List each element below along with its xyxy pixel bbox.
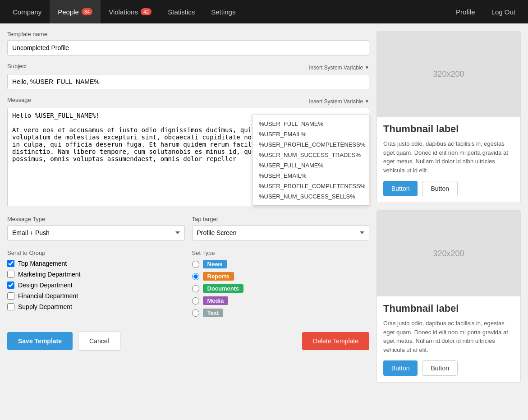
card-2-image-label: 320x200 — [433, 249, 464, 258]
set-type-label: Set Type — [192, 249, 370, 256]
radio-news[interactable] — [192, 261, 199, 268]
card-1: 320x200 Thumbnail label Cras justo odio,… — [376, 31, 521, 203]
tag-text: Text — [203, 309, 224, 317]
card-1-image: 320x200 — [377, 31, 520, 117]
set-type-col: Set Type News Reports Documents Media — [192, 249, 370, 321]
nav-logout[interactable]: Log Out — [483, 0, 523, 23]
group-design: Design Department — [7, 282, 185, 289]
bottom-row: Send to Group Top Management Marketing D… — [7, 249, 369, 321]
nav-profile-label: Profile — [456, 8, 475, 16]
subject-input[interactable] — [7, 74, 369, 89]
card-2-primary-btn[interactable]: Button — [383, 360, 418, 376]
dd-item-6[interactable]: %USER_PROFILE_COMPLETENESS% — [253, 181, 369, 191]
nav-logout-label: Log Out — [491, 8, 515, 16]
nav-settings-label: Settings — [211, 8, 235, 16]
message-group: Message Insert System Variable %USER_FUL… — [7, 97, 369, 208]
nav-people-label: People — [58, 8, 79, 16]
type-text: Text — [192, 309, 370, 317]
card-1-body: Thumbnail label Cras justo odio, dapibus… — [377, 117, 520, 203]
group-financial: Financial Department — [7, 292, 185, 300]
radio-documents[interactable] — [192, 285, 199, 292]
subject-label: Subject — [7, 63, 27, 69]
group-top-management: Top Management — [7, 260, 185, 267]
dd-item-2[interactable]: %USER_PROFILE_COMPLETENESS% — [253, 139, 369, 150]
main-container: Template name Subject Insert System Vari… — [0, 23, 528, 390]
radio-reports[interactable] — [192, 273, 199, 280]
delete-template-button[interactable]: Delete Template — [302, 332, 369, 350]
dd-item-0[interactable]: %USER_FULL_NAME% — [253, 119, 369, 129]
dd-item-3[interactable]: %USER_NUM_SUCCESS_TRADES% — [253, 150, 369, 160]
send-to-group-col: Send to Group Top Management Marketing D… — [7, 249, 185, 321]
message-label: Message — [7, 97, 31, 103]
dd-item-4[interactable]: %USER_FULL_NAME% — [253, 160, 369, 171]
cancel-button[interactable]: Cancel — [78, 332, 120, 351]
nav-violations-label: Violations — [109, 8, 138, 16]
type-reports: Reports — [192, 272, 370, 281]
message-type-col: Message Type Email + Push Email Push — [7, 216, 185, 240]
card-2-text: Cras justo odio, dapibus ac facilisis in… — [383, 319, 514, 354]
card-2-buttons: Button Button — [383, 360, 514, 376]
tap-target-select[interactable]: Profile Screen Home Screen News Screen — [192, 225, 370, 240]
checkbox-marketing[interactable] — [7, 271, 14, 278]
nav-company[interactable]: Company — [5, 0, 50, 23]
checkbox-top-management[interactable] — [7, 260, 14, 267]
dd-item-1[interactable]: %USER_EMAIL% — [253, 129, 369, 139]
template-name-input[interactable] — [7, 40, 369, 55]
radio-media[interactable] — [192, 297, 199, 305]
card-1-title: Thumbnail label — [383, 123, 514, 135]
group-top-management-label: Top Management — [18, 260, 67, 267]
send-to-group-label: Send to Group — [7, 249, 185, 256]
dd-item-7[interactable]: %USER_NUM_SUCCESS_SELLS% — [253, 191, 369, 202]
radio-text[interactable] — [192, 309, 199, 317]
buttons-row: Save Template Cancel Delete Template — [7, 332, 369, 351]
group-design-label: Design Department — [18, 282, 73, 289]
nav-company-label: Company — [13, 8, 41, 16]
subject-group: Subject Insert System Variable — [7, 63, 369, 89]
card-1-primary-btn[interactable]: Button — [383, 181, 418, 196]
nav-violations-badge: 42 — [141, 8, 152, 15]
card-1-text: Cras justo odio, dapibus ac facilisis in… — [383, 139, 514, 175]
nav-statistics[interactable]: Statistics — [160, 0, 203, 23]
right-panel: 320x200 Thumbnail label Cras justo odio,… — [376, 31, 521, 383]
tap-target-label: Tap target — [192, 216, 370, 222]
card-1-buttons: Button Button — [383, 181, 514, 196]
tag-reports: Reports — [203, 272, 234, 281]
type-target-row: Message Type Email + Push Email Push Tap… — [7, 216, 369, 240]
tag-documents: Documents — [203, 284, 244, 293]
nav-people[interactable]: People 84 — [50, 0, 101, 23]
left-panel: Template name Subject Insert System Vari… — [7, 31, 369, 383]
card-1-image-label: 320x200 — [433, 69, 464, 79]
insert-var-subject-btn[interactable]: Insert System Variable — [309, 65, 369, 71]
save-template-button[interactable]: Save Template — [7, 332, 73, 350]
insert-var-message-btn[interactable]: Insert System Variable — [309, 98, 369, 105]
template-name-label: Template name — [7, 31, 369, 37]
checkbox-design[interactable] — [7, 282, 14, 289]
tap-target-col: Tap target Profile Screen Home Screen Ne… — [192, 216, 370, 240]
nav-settings[interactable]: Settings — [203, 0, 243, 23]
group-marketing: Marketing Department — [7, 271, 185, 278]
type-media: Media — [192, 296, 370, 305]
card-2-title: Thumbnail label — [383, 303, 514, 314]
group-financial-label: Financial Department — [18, 292, 78, 300]
message-type-label: Message Type — [7, 216, 185, 222]
card-2-body: Thumbnail label Cras justo odio, dapibus… — [377, 296, 520, 382]
nav-statistics-label: Statistics — [168, 8, 195, 16]
template-name-group: Template name — [7, 31, 369, 55]
nav-violations[interactable]: Violations 42 — [101, 0, 160, 23]
dd-item-5[interactable]: %USER_EMAIL% — [253, 171, 369, 181]
checkbox-supply[interactable] — [7, 303, 14, 310]
type-news: News — [192, 260, 370, 268]
checkbox-financial[interactable] — [7, 292, 14, 300]
group-supply: Supply Department — [7, 303, 185, 310]
variable-dropdown: %USER_FULL_NAME% %USER_EMAIL% %USER_PROF… — [252, 115, 369, 206]
tag-news: News — [203, 260, 227, 268]
card-2-secondary-btn[interactable]: Button — [422, 360, 457, 376]
group-supply-label: Supply Department — [18, 303, 72, 310]
navbar: Company People 84 Violations 42 Statisti… — [0, 0, 528, 23]
card-2: 320x200 Thumbnail label Cras justo odio,… — [376, 210, 521, 383]
group-marketing-label: Marketing Department — [18, 271, 81, 278]
card-1-secondary-btn[interactable]: Button — [422, 181, 457, 196]
message-type-select[interactable]: Email + Push Email Push — [7, 225, 185, 240]
type-documents: Documents — [192, 284, 370, 293]
nav-profile[interactable]: Profile — [448, 0, 483, 23]
